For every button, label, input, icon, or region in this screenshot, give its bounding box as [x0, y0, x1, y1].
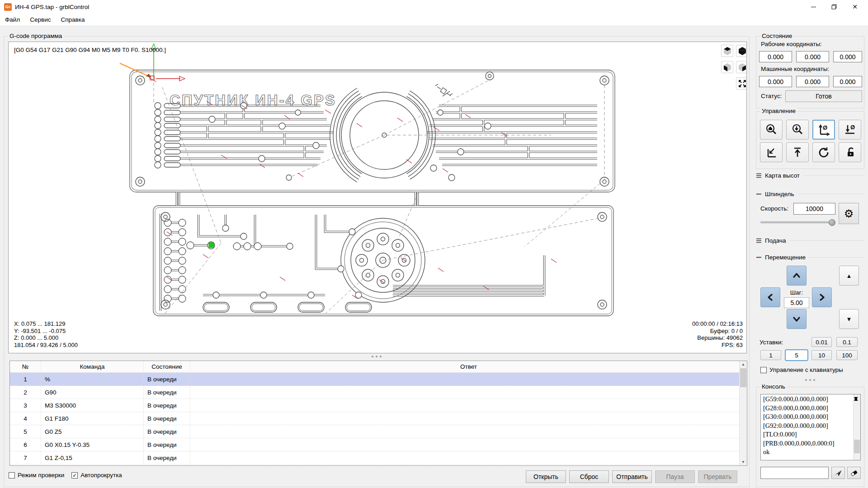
spindle-speed-field[interactable]: 10000	[793, 203, 835, 215]
scroll-down-icon[interactable]: ▼	[853, 394, 860, 460]
menu-file[interactable]: Файл	[0, 14, 25, 25]
col-header-response[interactable]: Ответ	[190, 361, 747, 372]
table-row[interactable]: 1%В очереди	[10, 373, 747, 386]
spindle-settings-button[interactable]: ⚙	[839, 203, 859, 224]
table-row[interactable]: 4G1 F180В очереди	[10, 412, 747, 425]
pause-button[interactable]: Пауза	[655, 470, 695, 483]
cube-front-icon	[722, 62, 732, 72]
jog-section-header[interactable]: Перемещение	[756, 253, 864, 261]
view-top-button[interactable]	[721, 45, 733, 57]
console-scrollbar[interactable]: ▲ ▼	[853, 394, 860, 460]
gear-icon: ⚙	[844, 207, 854, 220]
jog-z-plus-button[interactable]: ▲	[839, 266, 859, 286]
scroll-up-icon[interactable]: ▲	[740, 361, 747, 368]
jog-y-minus-button[interactable]	[787, 309, 807, 329]
preset-0.1-button[interactable]: 0.1	[836, 337, 858, 347]
send-button[interactable]: Отправить	[612, 470, 652, 483]
svg-text:Ø: Ø	[823, 124, 827, 131]
panel-splitter[interactable]	[756, 378, 864, 382]
heightmap-section-label: Карта высот	[765, 172, 800, 179]
console-clear-button[interactable]	[847, 467, 861, 479]
console-line: [G92:0.000,0.000,0.000]	[763, 422, 858, 431]
safe-z-button[interactable]	[786, 142, 809, 162]
scroll-down-icon[interactable]: ▼	[740, 459, 747, 465]
menu-help[interactable]: Справка	[56, 14, 90, 25]
spindle-section-label: Шпиндель	[765, 191, 794, 197]
tool-position-marker	[209, 243, 214, 248]
abort-button[interactable]: Прервать	[698, 470, 737, 483]
console-line: [TLO:0.000]	[763, 430, 858, 439]
jog-z-minus-button[interactable]: ▼	[839, 309, 859, 329]
spindle-speed-label: Скорость:	[760, 205, 788, 212]
console-input-text[interactable]	[761, 467, 828, 479]
keyboard-control-checkbox[interactable]	[760, 367, 767, 373]
console-output[interactable]: [G59:0.000,0.000,0.000] [G28:0.000,0.000…	[760, 394, 861, 460]
close-icon: ✕	[852, 3, 858, 10]
step-field[interactable]: 5.00	[784, 297, 809, 308]
jog-x-plus-button[interactable]	[812, 287, 832, 307]
heightmap-section-header[interactable]: Карта высот	[756, 172, 864, 179]
close-button[interactable]: ✕	[844, 0, 865, 14]
console-input[interactable]	[760, 467, 829, 479]
col-header-num[interactable]: №	[10, 361, 41, 372]
col-header-command[interactable]: Команда	[41, 361, 144, 372]
console-group-title: Консоль	[760, 383, 787, 390]
gcode-table[interactable]: № Команда Состояние Ответ 1%В очереди 2G…	[9, 361, 747, 466]
window-title: ИН-4 GPS.tap - grblControl	[15, 4, 89, 10]
reset-circular-icon	[817, 146, 830, 159]
minimize-button[interactable]	[803, 0, 824, 14]
table-row[interactable]: 7G1 Z-0,15В очереди	[10, 451, 747, 465]
reset-button[interactable]: Сброс	[569, 470, 609, 483]
view-left-button[interactable]	[736, 61, 747, 73]
table-row[interactable]: 6G0 X0.15 Y-0.35В очереди	[10, 438, 747, 451]
spindle-slider-handle[interactable]	[829, 219, 835, 226]
view-isometric-button[interactable]	[736, 45, 747, 57]
zero-z-button[interactable]: Ø	[839, 120, 861, 140]
preset-10-button[interactable]: 10	[811, 350, 832, 360]
home-button[interactable]	[760, 120, 783, 140]
preset-0.01-button[interactable]: 0.01	[811, 337, 832, 347]
gcode-state-header: [G0 G54 G17 G21 G90 G94 M0 M5 M9 T0 F0. …	[14, 47, 166, 53]
machine-coords-label: Машинные координаты:	[761, 66, 829, 72]
table-scrollbar[interactable]: ▲ ▼	[739, 361, 747, 465]
console-send-button[interactable]	[831, 467, 845, 479]
status-label: Статус:	[761, 93, 782, 99]
reset-grbl-button[interactable]	[812, 142, 835, 162]
col-header-state[interactable]: Состояние	[144, 361, 190, 372]
satellite-doodle	[435, 84, 453, 96]
preset-5-button[interactable]: 5	[785, 349, 808, 361]
viewport-table-splitter[interactable]	[4, 354, 749, 359]
table-scroll-thumb[interactable]	[740, 368, 746, 387]
cube-left-icon	[737, 62, 747, 72]
keyboard-control-label: Управление с клавиатуры	[769, 366, 843, 373]
menu-bar: Файл Сервис Справка	[0, 14, 868, 25]
restore-button[interactable]	[824, 0, 844, 14]
menu-service[interactable]: Сервис	[25, 14, 56, 25]
unlock-button[interactable]	[839, 142, 861, 162]
open-button[interactable]: Открыть	[526, 470, 566, 483]
preset-100-button[interactable]: 100	[836, 350, 858, 360]
spindle-section-header[interactable]: Шпиндель	[756, 190, 864, 197]
check-mode-checkbox[interactable]	[9, 472, 15, 479]
fit-view-button[interactable]	[736, 77, 747, 89]
jog-x-minus-button[interactable]	[760, 287, 780, 307]
probe-z-button[interactable]	[786, 120, 809, 140]
table-row[interactable]: 2G90В очереди	[10, 386, 747, 399]
program-actions: Открыть Сброс Отправить Пауза Прервать	[526, 470, 737, 483]
view-front-button[interactable]	[721, 61, 733, 73]
table-row[interactable]: 3M3 S30000В очереди	[10, 399, 747, 412]
spindle-speed-slider[interactable]	[760, 221, 835, 223]
feed-section-header[interactable]: Подача	[756, 237, 864, 244]
restore-origin-button[interactable]	[760, 142, 783, 162]
gcode-viewport[interactable]: СПУТНИК ИН-4 GPS	[8, 42, 747, 353]
home-search-icon	[765, 123, 778, 136]
zero-xy-button[interactable]: Ø	[812, 120, 835, 140]
preset-1-button[interactable]: 1	[760, 350, 781, 360]
expanded-icon	[756, 192, 762, 197]
autoscroll-checkbox[interactable]: ✓	[71, 472, 78, 479]
chevron-down-icon	[792, 314, 801, 324]
autoscroll-label: Автопрокрутка	[80, 472, 122, 479]
minimize-icon	[811, 7, 816, 7]
jog-y-plus-button[interactable]	[787, 266, 807, 286]
table-row[interactable]: 5G0 Z5В очереди	[10, 425, 747, 438]
